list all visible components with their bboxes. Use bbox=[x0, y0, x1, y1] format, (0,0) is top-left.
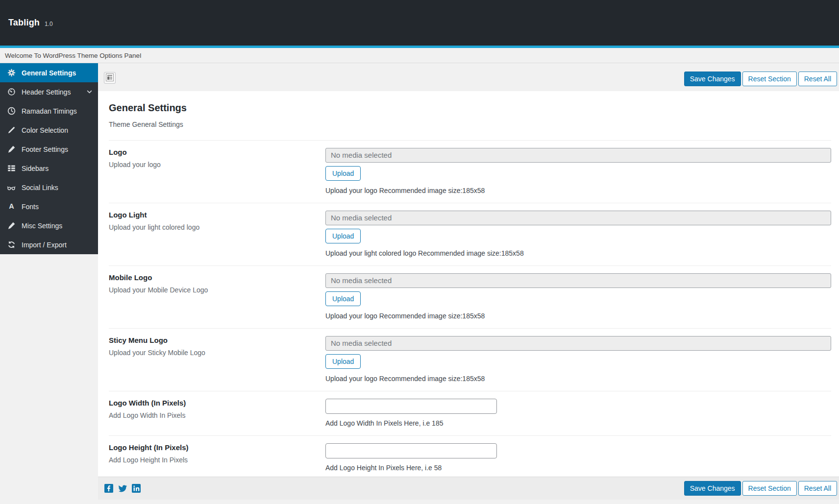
theme-options-panel: Tabligh 1.0 Welcome To WordPress Theme O… bbox=[0, 0, 839, 504]
sidebar-item-label: Social Links bbox=[22, 184, 58, 192]
welcome-bar: Welcome To WordPress Theme Options Panel bbox=[0, 48, 839, 63]
field-label: Mobile Logo bbox=[109, 273, 325, 282]
sidebar-item-label: Header Settings bbox=[22, 88, 71, 96]
settings-row: Logo Height (In Pixels) Add Logo Height … bbox=[109, 435, 831, 477]
sidebar-item-footer-settings[interactable]: Footer Settings bbox=[0, 140, 98, 159]
sidebar-item-label: Footer Settings bbox=[22, 145, 68, 153]
settings-row: Logo Light Upload your light colored log… bbox=[109, 203, 831, 265]
settings-rows: Logo Upload your logo No media selected … bbox=[109, 140, 831, 477]
upload-button[interactable]: Upload bbox=[325, 166, 361, 181]
text-input[interactable] bbox=[325, 443, 497, 458]
field-sublabel: Add Logo Height In Pixels bbox=[109, 456, 325, 464]
top-bar: Tabligh 1.0 bbox=[0, 0, 839, 48]
field-description: Upload your logo Recommended image size:… bbox=[325, 312, 485, 320]
linkedin-icon[interactable] bbox=[132, 484, 141, 493]
text-input[interactable] bbox=[325, 399, 497, 414]
sync-icon bbox=[6, 240, 16, 249]
sidebar-item-ramadan-timings[interactable]: Ramadan Timings bbox=[0, 101, 98, 120]
field-sublabel: Upload your Mobile Device Logo bbox=[109, 286, 325, 294]
sidebar-item-label: Ramadan Timings bbox=[22, 107, 77, 115]
save-changes-button[interactable]: Save Changes bbox=[684, 72, 741, 86]
settings-row: Logo Upload your logo No media selected … bbox=[109, 140, 831, 203]
field-sublabel: Upload your Sticky Mobile Logo bbox=[109, 349, 325, 357]
media-field: No media selected bbox=[325, 211, 831, 225]
sidebar-item-fonts[interactable]: A Fonts bbox=[0, 197, 98, 216]
field-label: Logo bbox=[109, 148, 325, 156]
main-panel: Save Changes Reset Section Reset All Gen… bbox=[98, 63, 839, 502]
sidebar-item-label: Sidebars bbox=[22, 165, 49, 172]
app-title: Tabligh bbox=[8, 18, 40, 28]
field-description: Upload your light colored logo Recommend… bbox=[325, 249, 524, 257]
main-toolbar: Save Changes Reset Section Reset All bbox=[98, 63, 839, 91]
media-field: No media selected bbox=[325, 273, 831, 288]
settings-row: Sticy Menu Logo Upload your Sticky Mobil… bbox=[109, 328, 831, 391]
glasses-icon bbox=[6, 183, 16, 192]
sidebar-item-general-settings[interactable]: General Settings bbox=[0, 63, 98, 82]
field-sublabel: Add Logo Width In Pixels bbox=[109, 411, 325, 419]
field-sublabel: Upload your light colored logo bbox=[109, 223, 325, 231]
reset-all-button[interactable]: Reset All bbox=[798, 72, 837, 86]
field-label: Sticy Menu Logo bbox=[109, 336, 325, 344]
sidebar-item-import-export[interactable]: Import / Export bbox=[0, 235, 98, 254]
reset-all-button[interactable]: Reset All bbox=[798, 481, 837, 496]
pencil-icon bbox=[6, 221, 16, 230]
field-label: Logo Light bbox=[109, 211, 325, 219]
field-description: Upload your logo Recommended image size:… bbox=[325, 187, 485, 194]
layout-toggle-button[interactable] bbox=[104, 72, 116, 84]
save-changes-button[interactable]: Save Changes bbox=[684, 481, 741, 496]
sidebar-item-label: General Settings bbox=[22, 69, 76, 77]
sidebar-item-label: Import / Export bbox=[22, 241, 67, 249]
app-version: 1.0 bbox=[45, 19, 53, 27]
clock-icon bbox=[6, 107, 16, 115]
welcome-text: Welcome To WordPress Theme Options Panel bbox=[5, 52, 141, 59]
brush-icon bbox=[6, 126, 16, 134]
page-subtitle: Theme General Settings bbox=[109, 120, 831, 128]
list-icon bbox=[6, 164, 16, 172]
field-sublabel: Upload your logo bbox=[109, 161, 325, 168]
gear-icon bbox=[6, 69, 16, 77]
media-field: No media selected bbox=[325, 336, 831, 351]
twitter-icon[interactable] bbox=[118, 483, 127, 493]
reset-section-button[interactable]: Reset Section bbox=[742, 481, 797, 496]
chevron-down-icon bbox=[86, 88, 93, 96]
upload-button[interactable]: Upload bbox=[325, 291, 361, 306]
sidebar-item-label: Fonts bbox=[22, 203, 39, 211]
footer-bar: Save Changes Reset Section Reset All bbox=[98, 477, 839, 500]
page-title: General Settings bbox=[109, 102, 831, 114]
sidebar-item-misc-settings[interactable]: Misc Settings bbox=[0, 216, 98, 235]
facebook-icon[interactable] bbox=[104, 484, 113, 493]
font-icon: A bbox=[6, 202, 16, 211]
sidebar-item-color-selection[interactable]: Color Selection bbox=[0, 120, 98, 140]
footer-actions: Save Changes Reset Section Reset All bbox=[684, 481, 837, 496]
reset-section-button[interactable]: Reset Section bbox=[742, 72, 797, 86]
field-label: Logo Width (In Pixels) bbox=[109, 399, 325, 407]
field-description: Add Logo Width In Pixels Here, i.e 185 bbox=[325, 419, 443, 427]
field-description: Add Logo Height In Pixels Here, i.e 58 bbox=[325, 464, 442, 472]
sidebar-menu: General Settings Header Settings Ramadan… bbox=[0, 63, 98, 254]
settings-content: General Settings Theme General Settings … bbox=[98, 91, 839, 477]
sidebar-item-social-links[interactable]: Social Links bbox=[0, 178, 98, 197]
toolbar-actions: Save Changes Reset Section Reset All bbox=[684, 72, 837, 86]
upload-button[interactable]: Upload bbox=[325, 354, 361, 369]
media-field: No media selected bbox=[325, 148, 831, 163]
social-links bbox=[104, 483, 141, 493]
dashboard-icon bbox=[6, 88, 16, 96]
upload-button[interactable]: Upload bbox=[325, 229, 361, 243]
sidebar-item-sidebars[interactable]: Sidebars bbox=[0, 159, 98, 178]
svg-text:A: A bbox=[9, 202, 14, 210]
settings-row: Logo Width (In Pixels) Add Logo Width In… bbox=[109, 391, 831, 435]
sidebar-item-header-settings[interactable]: Header Settings bbox=[0, 82, 98, 101]
settings-row: Mobile Logo Upload your Mobile Device Lo… bbox=[109, 265, 831, 328]
sidebar-item-label: Color Selection bbox=[22, 126, 68, 134]
field-description: Upload your logo Recommended image size:… bbox=[325, 375, 485, 383]
layout-icon bbox=[105, 72, 115, 84]
sidebar-item-label: Misc Settings bbox=[22, 222, 62, 230]
field-label: Logo Height (In Pixels) bbox=[109, 443, 325, 452]
pencil-icon bbox=[6, 145, 16, 153]
sidebar: General Settings Header Settings Ramadan… bbox=[0, 63, 98, 502]
